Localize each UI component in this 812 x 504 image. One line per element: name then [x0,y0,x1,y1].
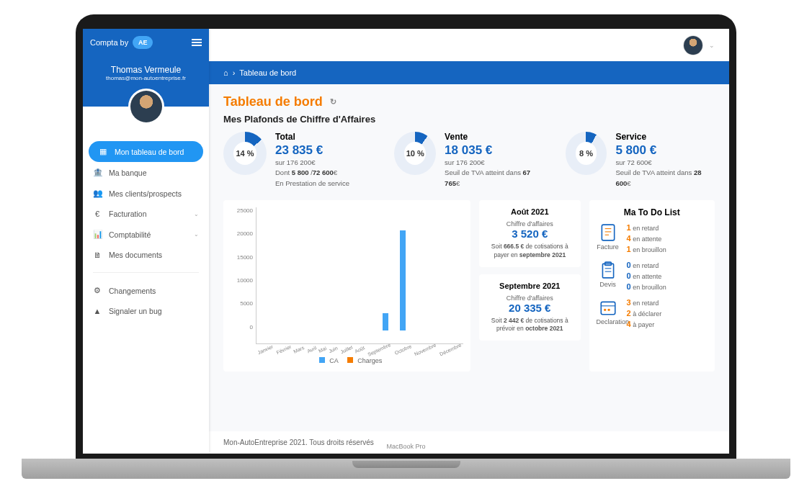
sidebar-label: Comptabilité [109,230,151,239]
sidebar-item-changes[interactable]: ⚙ Changements [83,280,209,301]
sidebar-item-invoicing[interactable]: € Facturation ⌄ [83,204,209,224]
breadcrumb-sep: › [233,68,236,77]
section-title: Mes Plafonds de Chiffre d'Affaires [223,114,715,125]
main: ⌄ ⌂ › Tableau de bord Tableau de bord ↻ … [209,29,729,454]
donut-chart: 14 % [223,132,267,175]
sidebar-item-documents[interactable]: 🗎 Mes documents [83,245,209,265]
month-title: Août 2021 [486,207,573,216]
doc-icon: 🗎 [93,251,102,259]
user-email: thomas@mon-autoentreprise.fr [89,75,203,81]
chart-legend: CA Charges [231,357,463,364]
todo-card: Ma To Do List Facture 1 en retard4 en at… [589,200,715,372]
donut-chart: 8 % [566,132,607,175]
nav: ▦ Mon tableau de bord 🏦 Ma banque 👥 Mes … [83,135,209,327]
chart-icon: 📊 [93,230,102,239]
donut-pct: 8 % [579,149,593,158]
plafond-title: Service [615,132,715,142]
facture-icon: Facture [597,223,620,253]
plafond-card: 8 % Service 5 800 € sur 72 600€Seuil de … [566,132,715,189]
sidebar-item-accounting[interactable]: 📊 Comptabilité ⌄ [83,224,209,245]
plafond-detail: sur 72 600€Seuil de TVA atteint dans 28 … [615,158,715,189]
plafond-card: 14 % Total 23 835 € sur 176 200€Dont 5 8… [223,132,372,189]
plafond-detail: sur 176 200€Seuil de TVA atteint dans 67… [445,158,544,189]
sidebar-label: Mes clients/prospects [109,189,182,198]
grid-icon: ▦ [99,147,107,156]
month-amount: 20 335 € [486,302,573,314]
donut-pct: 14 % [236,149,254,158]
plafond-amount: 23 835 € [275,143,349,158]
breadcrumb-current: Tableau de bord [239,68,296,77]
sidebar-header: Compta by AE [83,29,209,56]
lower-row: 2500020000150001000050000 JanvierFévrier… [223,200,715,372]
month-amount: 3 520 € [486,228,573,240]
month-card: Août 2021 Chiffre d'affaires 3 520 € Soi… [479,200,580,267]
plafond-title: Total [275,132,349,142]
bar [383,313,388,330]
sidebar-label: Mon tableau de bord [115,148,184,156]
chevron-down-icon: ⌄ [194,231,199,238]
svg-rect-0 [602,225,614,240]
plafond-card: 10 % Vente 18 035 € sur 176 200€Seuil de… [394,132,543,189]
warning-icon: ▲ [93,307,102,315]
footer: Mon-AutoEntreprise 2021. Tous droits rés… [209,431,729,454]
plafond-amount: 5 800 € [615,143,715,158]
content: Tableau de bord ↻ Mes Plafonds de Chiffr… [209,84,729,431]
plafond-detail: sur 176 200€Dont 5 800 /72 600€En Presta… [275,158,349,189]
avatar[interactable] [128,89,164,125]
svg-rect-8 [601,302,615,314]
brand: Compta by AE [90,36,153,49]
sidebar-label: Signaler un bug [109,307,162,315]
refresh-icon[interactable]: ↻ [330,97,336,107]
sidebar-item-bug[interactable]: ▲ Signaler un bug [83,301,209,321]
people-icon: 👥 [93,189,102,198]
avatar-menu[interactable] [683,35,703,55]
sidebar-item-bank[interactable]: 🏦 Ma banque [83,162,209,183]
chevron-down-icon[interactable]: ⌄ [709,42,715,49]
chevron-down-icon: ⌄ [194,211,199,217]
todo-group: Devis 0 en retard0 en attente0 en brouil… [597,261,708,291]
plafond-title: Vente [445,132,544,142]
chart-card: 2500020000150001000050000 JanvierFévrier… [223,200,470,372]
plafonds-row: 14 % Total 23 835 € sur 176 200€Dont 5 8… [223,132,715,189]
todo-group: Facture 1 en retard4 en attente1 en brou… [597,223,708,253]
brand-logo: AE [133,36,153,49]
page-title: Tableau de bord ↻ [223,94,715,109]
bank-icon: 🏦 [93,168,102,177]
donut-pct: 10 % [406,149,424,158]
svg-point-11 [607,308,610,310]
month-card: Septembre 2021 Chiffre d'affaires 20 335… [479,274,580,341]
sidebar-item-clients[interactable]: 👥 Mes clients/prospects [83,183,209,204]
user-block: Thomas Vermeule thomas@mon-autoentrepris… [83,56,209,107]
todo-title: Ma To Do List [597,207,708,217]
month-title: Septembre 2021 [486,282,573,290]
brand-prefix: Compta by [90,38,128,47]
sidebar-label: Facturation [109,210,147,218]
home-icon[interactable]: ⌂ [223,68,228,77]
sidebar-label: Ma banque [109,168,147,177]
gear-icon: ⚙ [93,286,102,295]
topbar: ⌄ [209,29,729,61]
declaration-icon: Declaration [597,298,620,328]
plafond-amount: 18 035 € [445,143,544,158]
euro-icon: € [93,210,102,218]
sidebar-label: Changements [109,287,156,295]
sidebar-label: Mes documents [109,251,162,259]
user-name: Thomas Vermeule [89,65,203,75]
months-column: Août 2021 Chiffre d'affaires 3 520 € Soi… [479,200,580,372]
devis-icon: Devis [597,261,620,291]
sidebar: Compta by AE Thomas Vermeule thomas@mon-… [83,29,209,454]
bar-chart: 2500020000150001000050000 JanvierFévrier… [256,207,463,344]
todo-group: Declaration 3 en retard2 à déclarer4 à p… [597,298,708,328]
breadcrumb: ⌂ › Tableau de bord [209,61,729,84]
legend-swatch [347,357,353,363]
sidebar-item-dashboard[interactable]: ▦ Mon tableau de bord [89,141,203,162]
svg-point-10 [604,308,606,310]
donut-chart: 10 % [394,132,436,175]
bar [400,230,406,330]
divider [93,272,199,273]
legend-swatch [319,357,325,363]
menu-toggle-icon[interactable] [192,39,202,46]
